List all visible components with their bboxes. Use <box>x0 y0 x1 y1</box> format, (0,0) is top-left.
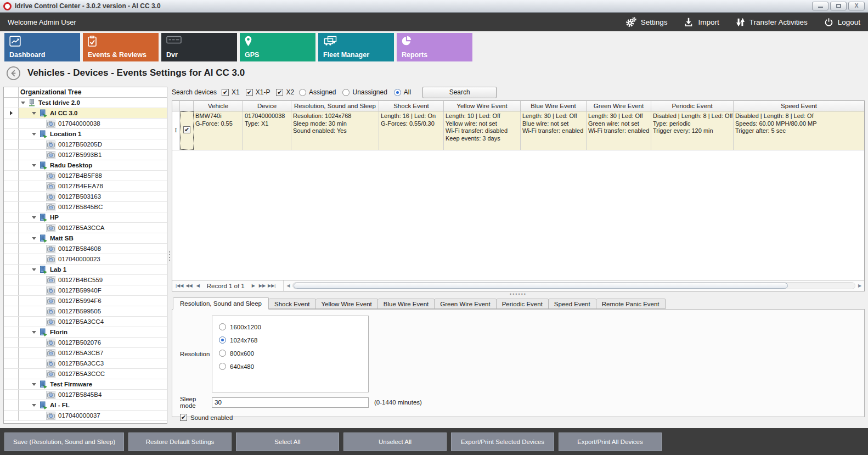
collapse-expander-icon[interactable] <box>32 268 36 271</box>
tab-speed-event[interactable]: Speed Event <box>549 299 596 309</box>
resolution-option-800x600[interactable]: 800x600 <box>219 350 368 357</box>
row-select-checkbox[interactable]: ✔ <box>180 111 194 150</box>
collapse-expander-icon[interactable] <box>32 112 36 115</box>
tree-node[interactable]: 017040000023 <box>4 254 167 265</box>
search-button[interactable]: Search <box>422 87 497 98</box>
logout-button[interactable]: Logout <box>824 18 860 27</box>
tab-yellow-wire-event[interactable]: Yellow Wire Event <box>316 299 378 309</box>
last-record-button[interactable]: ▶▶| <box>267 283 277 288</box>
tree-node[interactable]: Test Idrive 2.0 <box>4 98 167 108</box>
tree-node[interactable]: Al CC 3.0 <box>4 108 167 119</box>
restore-default-settings-button[interactable]: Restore Default Settings <box>128 432 232 451</box>
tree-node[interactable]: 00127B5A3CC4 <box>4 317 167 327</box>
collapse-expander-icon[interactable] <box>32 237 36 240</box>
maximize-button[interactable] <box>830 2 847 10</box>
prev-page-record-button[interactable]: ◀◀ <box>184 283 193 288</box>
transfer-button[interactable]: Transfer Activities <box>736 17 808 27</box>
close-button[interactable]: X <box>848 2 865 10</box>
tree-node[interactable]: 017040000037 <box>4 411 167 421</box>
tab-resolution-sound-and-sleep[interactable]: Resolution, Sound and Sleep <box>173 297 269 310</box>
first-record-button[interactable]: |◀◀ <box>174 283 184 288</box>
tree-node[interactable]: 00127B599505 <box>4 306 167 317</box>
column-header[interactable]: Shock Event <box>379 101 444 111</box>
tree-node[interactable]: 00127B502076 <box>4 338 167 348</box>
resolution-option-1600x1200[interactable]: 1600x1200 <box>219 323 368 330</box>
settings-button[interactable]: Settings <box>625 16 668 27</box>
tree-node[interactable]: Location 1 <box>4 129 167 139</box>
minimize-button[interactable] <box>812 2 828 10</box>
device-row[interactable]: I✔BMW740iG-Force: 0.55017040000038Type: … <box>172 111 864 150</box>
tree-node[interactable]: HP <box>4 212 167 223</box>
horizontal-splitter[interactable]: •••••• <box>172 291 865 297</box>
nav-tile-fleet-manager[interactable]: Fleet Manager <box>318 33 394 61</box>
export-print-all-devices-button[interactable]: Export/Print All Devices <box>559 432 662 451</box>
tree-node[interactable]: 00127B4B5F88 <box>4 171 167 181</box>
tree-node[interactable]: 00127B5A3CB7 <box>4 348 167 358</box>
nav-tile-events-reviews[interactable]: Events & Reviews <box>83 33 159 61</box>
collapse-expander-icon[interactable] <box>32 133 36 136</box>
import-button[interactable]: Import <box>684 17 719 27</box>
tree-node[interactable]: 00127B5845BC <box>4 202 167 212</box>
tab-periodic-event[interactable]: Periodic Event <box>497 299 549 309</box>
scroll-right-arrow[interactable]: ▶ <box>855 283 864 288</box>
collapse-expander-icon[interactable] <box>32 164 36 167</box>
tree-node[interactable]: Al - FL <box>4 400 167 411</box>
resolution-option-640x480[interactable]: 640x480 <box>219 363 368 370</box>
nav-tile-dvr[interactable]: Dvr <box>161 33 237 61</box>
column-header[interactable]: Speed Event <box>734 101 864 111</box>
select-all-button[interactable]: Select All <box>236 432 339 451</box>
tab-blue-wire-event[interactable]: Blue Wire Event <box>378 299 435 309</box>
unselect-all-button[interactable]: Unselect All <box>343 432 447 451</box>
scrollbar-thumb[interactable] <box>294 283 788 289</box>
tree-node[interactable]: Lab 1 <box>4 265 167 275</box>
tree-node[interactable]: 00127B4BC559 <box>4 275 167 285</box>
nav-tile-dashboard[interactable]: Dashboard <box>4 33 80 61</box>
filter-radio-unassigned[interactable]: Unassigned <box>342 88 387 96</box>
prev-record-button[interactable]: ◀ <box>194 283 202 288</box>
column-header[interactable]: Device <box>243 101 291 111</box>
tree-node[interactable]: 00127B503163 <box>4 192 167 202</box>
filter-radio-assigned[interactable]: Assigned <box>299 88 336 96</box>
tab-remote-panic-event[interactable]: Remote Panic Event <box>596 299 666 309</box>
filter-checkbox-x2[interactable]: ✔X2 <box>276 88 294 96</box>
column-header[interactable]: Periodic Event <box>651 101 734 111</box>
column-header[interactable]: Vehicle <box>194 101 243 111</box>
tree-node[interactable]: Matt SB <box>4 233 167 244</box>
filter-radio-all[interactable]: All <box>394 88 411 96</box>
column-header[interactable]: Yellow Wire Event <box>444 101 521 111</box>
tree-node[interactable]: 00127B5A3CCA <box>4 223 167 233</box>
sleep-mode-input[interactable] <box>212 397 369 408</box>
filter-checkbox-x1[interactable]: ✔X1 <box>222 88 240 96</box>
column-header[interactable]: Blue Wire Event <box>521 101 587 111</box>
nav-tile-reports[interactable]: Reports <box>397 33 472 61</box>
tree-node[interactable]: 00127B584608 <box>4 244 167 254</box>
tree-node[interactable]: 00127B5A3CC3 <box>4 358 167 369</box>
collapse-expander-icon[interactable] <box>32 331 36 334</box>
resolution-option-1024x768[interactable]: 1024x768 <box>219 336 368 344</box>
tree-node[interactable]: 00127B59940F <box>4 285 167 296</box>
save-resolution-sound-sleep-button[interactable]: Save (Resolution, Sound and Sleep) <box>4 432 124 451</box>
tree-node[interactable]: 017040000038 <box>4 119 167 129</box>
tree-node[interactable]: 00127B5994F6 <box>4 296 167 306</box>
tree-node[interactable]: Florin <box>4 327 167 338</box>
tab-green-wire-event[interactable]: Green Wire Event <box>435 299 496 309</box>
vertical-splitter[interactable] <box>167 83 172 428</box>
sound-enabled-checkbox[interactable]: ✔ Sound enabled <box>180 414 864 421</box>
back-button[interactable] <box>5 65 21 81</box>
tree-node[interactable]: 00127B5993B1 <box>4 150 167 160</box>
column-header[interactable]: Resolution, Sound and Sleep <box>291 101 379 111</box>
tree-node[interactable]: Test Firmware <box>4 379 167 390</box>
tree-node[interactable]: Radu Desktop <box>4 160 167 171</box>
scrollbar-track[interactable] <box>292 282 855 289</box>
collapse-expander-icon[interactable] <box>32 404 36 407</box>
tree-node[interactable]: 00127B50205D <box>4 139 167 150</box>
collapse-expander-icon[interactable] <box>32 216 36 219</box>
collapse-expander-icon[interactable] <box>32 383 36 386</box>
collapse-expander-icon[interactable] <box>21 102 25 104</box>
scroll-left-arrow[interactable]: ◀ <box>284 283 292 288</box>
tree-node[interactable]: 00127B4EEA78 <box>4 181 167 192</box>
tab-shock-event[interactable]: Shock Event <box>269 299 316 309</box>
next-page-record-button[interactable]: ▶▶ <box>258 283 267 288</box>
next-record-button[interactable]: ▶ <box>249 283 258 288</box>
column-header[interactable]: Green Wire Event <box>587 101 651 111</box>
